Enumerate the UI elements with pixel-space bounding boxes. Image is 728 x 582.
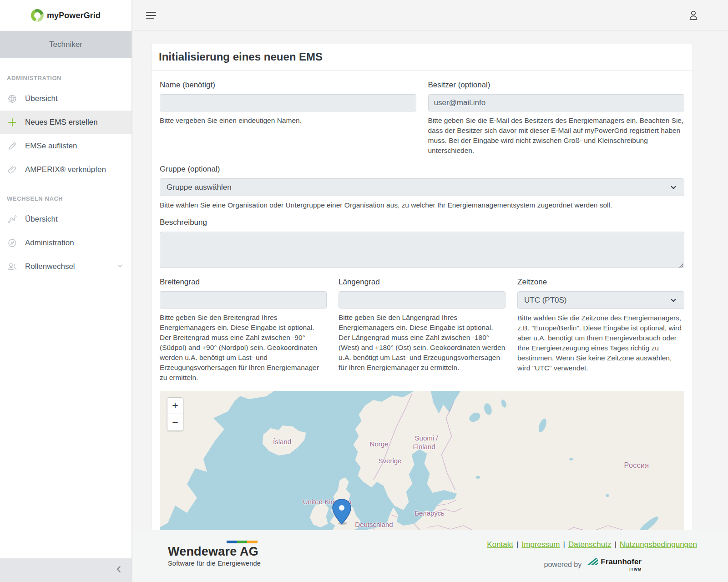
map-label-finland: Finland [413,443,435,450]
paperclip-icon [7,164,18,175]
timezone-help: Bitte wählen Sie die Zeitzone des Energi… [517,313,684,373]
link-separator: | [560,540,568,549]
latitude-label: Breitengrad [160,278,327,287]
sidebar-item-label: Rollenwechsel [25,262,75,271]
map-label-suomi: Suomi / [415,434,438,442]
group-selected-value: Gruppe auswählen [167,183,669,192]
footer-link-datenschutz[interactable]: Datenschutz [568,540,612,549]
name-help: Bitte vergeben Sie einen eindeutigen Nam… [160,116,416,126]
longitude-field-block: Längengrad Bitte geben Sie den Längengra… [339,278,506,383]
chevron-down-icon [669,296,677,304]
timezone-label: Zeitzone [517,278,684,287]
compass-icon [7,238,18,248]
app-window: myPowerGrid Techniker Administration Übe… [0,0,728,582]
powered-by-text: powered by [544,561,582,569]
map-zoom-control: + − [167,397,183,431]
brand-ring-icon [31,9,44,22]
owner-label: Besitzer (optional) [428,81,685,90]
fraunhofer-name: Fraunhofer [601,557,642,567]
wendeware-tagline: Software für die Energiewende [168,560,261,567]
map-label-island: Ísland [273,438,291,445]
sidebar-item-label: EMSe auflisten [25,142,77,151]
sidebar-item-rollenwechsel[interactable]: Rollenwechsel [0,255,131,278]
menu-toggle-button[interactable] [146,10,156,21]
sidebar-nav: Administration Übersicht Neues EMS erste… [0,58,131,278]
longitude-label: Längengrad [339,278,506,287]
chevron-down-icon [669,183,677,192]
user-account-button[interactable] [687,9,700,22]
owner-email-input[interactable] [428,94,685,111]
sidebar-item-amperix-verknuepfen[interactable]: AMPERIX® verknüpfen [0,158,131,182]
wendeware-name: Wendeware AG [168,545,261,559]
sidebar-item-emse-auflisten[interactable]: EMSe auflisten [0,134,131,158]
map-label-rossiya: Россия [624,461,649,470]
location-marker-pin[interactable] [332,498,352,526]
footer-link-impressum[interactable]: Impressum [521,540,560,549]
description-field-block: Beschreibung [160,218,684,270]
globe-icon [7,93,18,104]
zoom-out-button[interactable]: − [167,414,183,430]
description-textarea[interactable] [160,232,684,268]
page-title: Initialisierung eines neuen EMS [152,44,693,71]
group-help: Bitte wählen Sie eine Organisation oder … [160,200,684,210]
person-icon [687,9,700,22]
fraunhofer-logo: Fraunhofer ITWM [587,557,642,572]
main-area: Initialisierung eines neuen EMS Name (be… [132,0,728,582]
name-label: Name (benötigt) [160,81,416,90]
plus-icon [7,117,18,128]
group-select[interactable]: Gruppe auswählen [160,178,684,196]
fraunhofer-institute: ITWM [601,567,642,572]
longitude-input[interactable] [339,291,506,309]
sidebar-item-label: Übersicht [25,94,58,103]
sidebar-item-uebersicht-admin[interactable]: Übersicht [0,87,131,111]
map-label-sverige: Sverige [379,457,402,465]
sidebar-item-label: Neues EMS erstellen [25,118,98,127]
name-input[interactable] [160,94,416,111]
owner-field-block: Besitzer (optional) Bitte geben Sie die … [428,81,685,156]
timezone-selected-value: UTC (PT0S) [524,296,669,305]
footer-links: Kontakt|Impressum|Datenschutz|Nutzungsbe… [487,540,697,549]
map-label-norge: Norge [370,440,389,448]
description-label: Beschreibung [160,218,684,227]
chevron-down-icon [116,262,124,272]
sidebar-item-administration[interactable]: Administration [0,231,131,255]
map-label-deutschland: Deutschland [355,521,393,528]
ems-init-card: Initialisierung eines neuen EMS Name (be… [151,44,693,557]
sidebar-item-uebersicht-wechseln[interactable]: Übersicht [0,207,131,231]
wendeware-colorbar-icon [227,541,258,543]
latitude-help: Bitte geben Sie den Breitengrad Ihres En… [160,313,327,383]
sidebar-collapse-button[interactable] [0,558,131,582]
name-field-block: Name (benötigt) Bitte vergeben Sie einen… [160,81,416,156]
footer-link-kontakt[interactable]: Kontakt [487,540,513,549]
sidebar-item-neues-ems-erstellen[interactable]: Neues EMS erstellen [0,111,131,134]
pencil-icon [7,141,18,152]
current-role-bar: Techniker [0,31,131,58]
group-label: Gruppe (optional) [160,165,684,174]
latitude-input[interactable] [160,291,327,309]
wendeware-logo: Wendeware AG Software für die Energiewen… [168,541,261,567]
footer-link-nutzungsbedingungen[interactable]: Nutzungsbedingungen [620,540,697,549]
topbar [132,0,728,31]
graph-nodes-icon [7,214,18,225]
ems-init-form: Name (benötigt) Bitte vergeben Sie einen… [152,71,693,556]
footer: Kontakt|Impressum|Datenschutz|Nutzungsbe… [132,530,728,582]
timezone-select[interactable]: UTC (PT0S) [517,291,684,309]
map-label-belarus: Беларусь [415,509,445,517]
nav-section-administration: Administration [0,67,131,87]
nav-section-wechseln-nach: Wechseln nach [0,188,131,207]
chevron-left-icon [114,565,123,576]
powered-by-block: powered by Fraunhofer ITWM [544,557,642,572]
zoom-in-button[interactable]: + [167,398,183,414]
sidebar-item-label: Übersicht [25,215,58,224]
owner-help: Bitte geben Sie die E-Mail des Besitzers… [428,116,685,156]
app-logo[interactable]: myPowerGrid [0,0,131,31]
fraunhofer-stripes-icon [587,557,598,566]
brand-name: myPowerGrid [47,11,101,20]
page-content: Initialisierung eines neuen EMS Name (be… [132,31,728,557]
current-role-label: Techniker [49,40,82,49]
sidebar-item-label: AMPERIX® verknüpfen [25,165,106,174]
link-separator: | [513,540,521,549]
sidebar-item-label: Administration [25,238,74,248]
group-field-block: Gruppe (optional) Gruppe auswählen Bitte… [160,165,684,210]
users-icon [7,261,18,272]
